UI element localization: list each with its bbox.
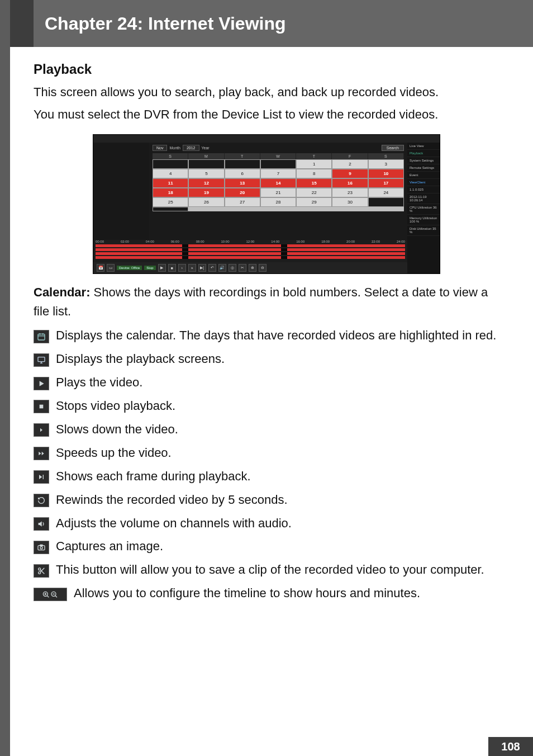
svg-rect-0 [38,334,45,340]
ss-cal-cell[interactable]: 14 [260,178,296,188]
ss-weekday: M [188,153,224,159]
calendar-icon[interactable] [34,330,49,343]
playback-heading: Playback [34,62,499,77]
ss-cal-cell[interactable]: 13 [225,178,260,188]
zoom-icons[interactable] [34,588,67,601]
ss-cal-cell[interactable]: 20 [225,188,260,197]
ss-cal-cell[interactable]: 8 [296,169,332,178]
svg-marker-14 [39,521,42,526]
ss-clip-icon[interactable]: ✂ [239,264,246,272]
svg-rect-4 [38,357,45,361]
ss-capture-icon[interactable]: ◎ [229,264,236,272]
svg-marker-12 [39,475,42,479]
capture-icon[interactable] [34,541,49,554]
ss-year-select[interactable]: 2012 [183,145,199,151]
ss-fast-icon[interactable]: » [188,264,196,272]
ss-cal-cell[interactable]: 17 [368,178,404,188]
ss-cal-cell[interactable]: 9 [332,169,368,178]
rewind-icon[interactable] [34,494,49,507]
fast-icon-text: Speeds up the video. [56,444,499,462]
ss-weekday: F [332,153,368,159]
ss-frame-icon[interactable]: ▶| [198,264,206,272]
ss-right-event[interactable]: Event [407,172,440,179]
fast-icon[interactable] [34,447,49,460]
ss-stop-label: Stop [144,266,155,270]
ss-cal-cell[interactable]: 23 [332,188,368,197]
ss-cal-cell[interactable]: 12 [188,178,224,188]
ss-timeline-label: 12:00 [246,240,254,243]
monitor-icon[interactable] [34,353,49,367]
ss-cal-cell[interactable]: 1 [296,159,332,169]
ss-cal-cell[interactable]: 6 [225,169,260,178]
ss-cal-cell[interactable]: 15 [296,178,332,188]
monitor-icon-text: Displays the playback screens. [56,350,499,368]
ss-cal-cell[interactable]: 28 [260,197,296,207]
svg-rect-8 [40,405,44,409]
ss-month-select[interactable]: Nov [153,145,167,151]
ss-cal-cell[interactable]: 7 [260,169,296,178]
ss-vol-icon[interactable]: 🔊 [218,264,226,272]
ss-rewind-icon[interactable]: ↶ [208,264,216,272]
ss-cpu: CPU Utilization 36 % [407,204,440,215]
svg-rect-13 [43,475,44,479]
ss-cal-cell[interactable]: 29 [296,197,332,207]
ss-device-tree [93,143,149,240]
play-icon-text: Plays the video. [56,374,499,391]
ss-right-live[interactable]: Live View [407,143,440,150]
ss-cal-cell[interactable]: 11 [153,178,188,188]
chapter-title: Chapter 24: Internet Viewing [34,0,286,47]
ss-timeline-label: 14:00 [271,240,279,243]
ss-stop-icon[interactable]: ■ [168,264,176,272]
ss-cal-cell[interactable]: 2 [332,159,368,169]
chapter-tab [10,0,34,47]
ss-disk: Disk Utilization 35 % [407,225,440,236]
ss-timeline-label: 16:00 [296,240,304,243]
ss-timeline-label: 20:00 [346,240,355,243]
ss-cal-cell[interactable]: 16 [332,178,368,188]
ss-cal-cell[interactable]: 19 [188,188,224,197]
ss-zoomin-icon[interactable]: ⊕ [249,264,256,272]
svg-line-27 [55,596,57,597]
ss-cal-cell[interactable]: 26 [188,197,224,207]
ss-cal-cell[interactable]: 27 [225,197,260,207]
svg-line-23 [47,596,49,597]
ss-device-label: Device: Office [117,266,142,270]
ss-play-icon[interactable]: ▶ [158,264,166,272]
ss-mem: Memory Utilization 100 % [407,215,440,225]
frame-step-icon[interactable] [34,470,49,484]
ss-cal-cell[interactable]: 30 [332,197,368,207]
left-vertical-stripe [0,0,10,756]
stop-icon[interactable] [34,400,49,413]
ss-cal-cell[interactable]: 22 [296,188,332,197]
clip-icon[interactable] [34,564,49,578]
ss-cal-cell[interactable]: 21 [260,188,296,197]
slow-icon[interactable] [34,423,49,437]
slow-icon-text: Slows down the video. [56,420,499,438]
ss-cal-cell[interactable]: 4 [153,169,188,178]
svg-marker-9 [40,428,42,432]
ss-cal-cell[interactable]: 18 [153,188,188,197]
ss-weekday: T [296,153,332,159]
svg-marker-10 [39,452,41,456]
ss-zoomout-icon[interactable]: ⊖ [259,264,266,272]
svg-marker-11 [42,452,44,456]
ss-cal-cell [153,207,188,211]
ss-timeline-label: 04:00 [146,240,154,243]
ss-right-system[interactable]: System Settings [407,157,440,164]
ss-cal-icon[interactable]: 📅 [97,264,104,272]
ss-right-playback[interactable]: Playback [407,150,440,157]
ss-slow-icon[interactable]: › [178,264,186,272]
ss-cal-cell[interactable]: 24 [368,188,404,197]
ss-monitor-icon[interactable]: ▭ [107,264,115,272]
ss-cal-cell[interactable]: 5 [188,169,224,178]
ss-cal-cell[interactable]: 3 [368,159,404,169]
ss-cal-cell [368,197,404,207]
ss-cal-cell[interactable]: 10 [368,169,404,178]
ss-search-button[interactable]: Search [382,145,404,151]
ss-right-remote[interactable]: Remote Settings [407,164,440,172]
play-icon[interactable] [34,377,49,390]
volume-icon[interactable] [34,517,49,531]
calendar-description: Calendar: Shows the days with recordings… [34,283,499,321]
calendar-icon-text: Displays the calendar. The days that hav… [56,327,499,344]
ss-cal-cell[interactable]: 25 [153,197,188,207]
